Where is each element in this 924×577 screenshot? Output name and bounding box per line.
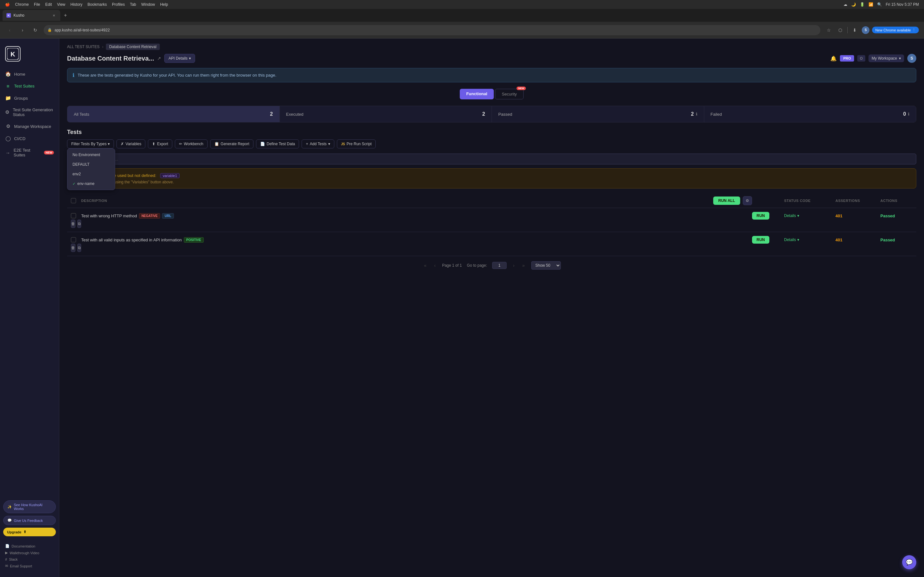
chrome-menu[interactable]: Chrome (15, 2, 29, 7)
filter-tests-button[interactable]: Filter Tests By Types ▾ (67, 139, 114, 148)
forward-button[interactable]: › (18, 26, 27, 35)
add-tests-button[interactable]: + Add Tests ▾ (302, 139, 334, 148)
sidebar-item-test-suites[interactable]: ≡ Test Suites (0, 80, 59, 92)
generate-report-button[interactable]: 📋 Generate Report (210, 139, 254, 148)
row2-checkbox[interactable] (71, 237, 81, 242)
profiles-menu[interactable]: Profiles (112, 2, 125, 7)
upgrade-button[interactable]: Upgrade ⬆ (3, 528, 56, 536)
extensions-button[interactable]: ⬡ (836, 26, 845, 35)
refresh-button[interactable]: ↻ (31, 26, 40, 35)
tab-security[interactable]: Security NEW (495, 89, 523, 99)
sidebar-logo[interactable]: K (0, 44, 59, 68)
chrome-address-bar: ‹ › ↻ 🔒 app.kusho.ai/all-test-suites/492… (0, 22, 924, 39)
variables-button[interactable]: ✗ Variables (116, 139, 145, 148)
api-details-button[interactable]: API Details ▾ (164, 54, 195, 63)
define-test-data-button[interactable]: 📄 Define Test Data (256, 139, 299, 148)
next-page-button[interactable]: › (512, 261, 516, 269)
stat-executed[interactable]: Executed 2 (280, 106, 492, 122)
prev-page-button[interactable]: ‹ (433, 261, 437, 269)
all-tests-value: 2 (270, 111, 273, 117)
new-tab-button[interactable]: + (61, 11, 69, 19)
file-menu[interactable]: File (34, 2, 40, 7)
filter-container: Filter Tests By Types ▾ No Environment D… (67, 139, 114, 148)
edit-menu[interactable]: Edit (45, 2, 52, 7)
chrome-user-avatar[interactable]: S (862, 26, 869, 34)
new-chrome-badge[interactable]: New Chrome available ⋮ (872, 27, 919, 33)
settings-button[interactable]: ⚙ (743, 196, 752, 205)
passed-info-icon[interactable]: ℹ (696, 112, 698, 116)
breadcrumb-root[interactable]: ALL TEST SUITES (67, 45, 99, 49)
row1-delete-button[interactable]: 🗑 (71, 219, 75, 228)
chat-button[interactable]: 💬 (902, 555, 916, 569)
bookmark-button[interactable]: ☆ (824, 26, 833, 35)
help-menu[interactable]: Help (160, 2, 168, 7)
tab-functional[interactable]: Functional (460, 89, 494, 99)
window-menu[interactable]: Window (141, 2, 155, 7)
notification-button[interactable]: 🔔 (830, 55, 837, 61)
sidebar-item-home[interactable]: 🏠 Home (0, 68, 59, 80)
pre-run-script-button[interactable]: JS Pre Run Script (337, 139, 376, 148)
see-how-button[interactable]: ✨ See How KushoAI Works (3, 500, 56, 513)
sidebar-item-e2e[interactable]: → E2E Test Suites NEW (0, 145, 59, 161)
history-menu[interactable]: History (71, 2, 82, 7)
view-menu[interactable]: View (57, 2, 65, 7)
warning-banner: ⚠ These variables are used but not defin… (67, 168, 916, 189)
sidebar-item-manage-workspace[interactable]: ⚙ Manage Workspace (0, 120, 59, 132)
sidebar-item-generation-status[interactable]: ⚙ Test Suite Generation Status (0, 104, 59, 120)
breadcrumb: ALL TEST SUITES › Database Content Retri… (67, 44, 916, 50)
row2-copy-button[interactable]: ⧉ (78, 243, 81, 252)
chrome-tab-kusho[interactable]: K Kusho ✕ (3, 10, 60, 21)
search-input[interactable] (80, 157, 911, 161)
env-dropdown[interactable]: No Environment DEFAULT env2 env-name (67, 148, 115, 190)
workbench-button[interactable]: ✏ Workbench (175, 139, 207, 148)
sidebar-link-slack[interactable]: # Slack (5, 556, 54, 562)
stat-passed[interactable]: Passed 2 ℹ (492, 106, 704, 122)
page-input[interactable] (492, 262, 507, 269)
sidebar-link-docs[interactable]: 📄 Documentation (5, 543, 54, 550)
show-select[interactable]: Show 50 Show 25 Show 100 (531, 261, 561, 269)
bookmarks-menu[interactable]: Bookmarks (87, 2, 107, 7)
workspace-dropdown[interactable]: My Workspace ▾ (869, 55, 904, 62)
new-chrome-label: New Chrome available (875, 28, 911, 32)
variables-icon: ✗ (121, 142, 124, 146)
table-header-checkbox[interactable] (71, 198, 81, 203)
stat-failed[interactable]: Failed 0 ℹ (704, 106, 916, 122)
row2-details-button[interactable]: Details ▾ (784, 237, 799, 242)
url-bar[interactable]: 🔒 app.kusho.ai/all-test-suites/4922 (44, 25, 821, 35)
run-all-button[interactable]: RUN ALL (713, 197, 740, 205)
row1-run-button[interactable]: RUN (752, 212, 769, 219)
row1-copy-button[interactable]: ⧉ (78, 219, 81, 228)
env-no-environment[interactable]: No Environment (69, 150, 113, 160)
tab-menu[interactable]: Tab (130, 2, 136, 7)
divider (847, 27, 848, 33)
first-page-button[interactable]: « (423, 261, 428, 269)
tab-close-button[interactable]: ✕ (51, 13, 57, 18)
stat-all-tests[interactable]: All Tests 2 (67, 106, 280, 122)
env-env2[interactable]: env2 (69, 169, 113, 179)
download-button[interactable]: ⬇ (850, 26, 859, 35)
sidebar-item-groups[interactable]: 📁 Groups (0, 92, 59, 104)
tab-functional-label: Functional (466, 91, 487, 96)
sidebar-link-video[interactable]: ▶ Walkthrough Video (5, 550, 54, 556)
apple-menu[interactable]: 🍎 (5, 2, 10, 7)
feedback-label: Give Us Feedback (14, 519, 43, 522)
env-default[interactable]: DEFAULT (69, 160, 113, 169)
failed-info-icon[interactable]: ℹ (908, 112, 909, 116)
row2-delete-button[interactable]: 🗑 (71, 243, 75, 252)
env-env-name[interactable]: env-name (69, 179, 113, 189)
row2-run-button[interactable]: RUN (752, 236, 769, 243)
feedback-button[interactable]: 💬 Give Us Feedback (3, 516, 56, 525)
back-button[interactable]: ‹ (5, 26, 14, 35)
table-header-actions: ACTIONS (880, 199, 913, 203)
last-page-button[interactable]: » (521, 261, 526, 269)
row1-checkbox[interactable] (71, 213, 81, 218)
row1-details-button[interactable]: Details ▾ (784, 213, 799, 218)
sidebar-item-cicd[interactable]: ◯ CI/CD (0, 132, 59, 145)
user-avatar[interactable]: S (907, 54, 916, 63)
generate-icon: 📋 (214, 142, 219, 146)
e2e-new-badge: NEW (44, 151, 54, 155)
sidebar-bottom: ✨ See How KushoAI Works 💬 Give Us Feedba… (0, 496, 59, 540)
external-link-icon[interactable]: ↗ (157, 56, 161, 61)
export-button[interactable]: ⬆ Export (148, 139, 172, 148)
sidebar-link-email[interactable]: ✉ Email Support (5, 562, 54, 569)
